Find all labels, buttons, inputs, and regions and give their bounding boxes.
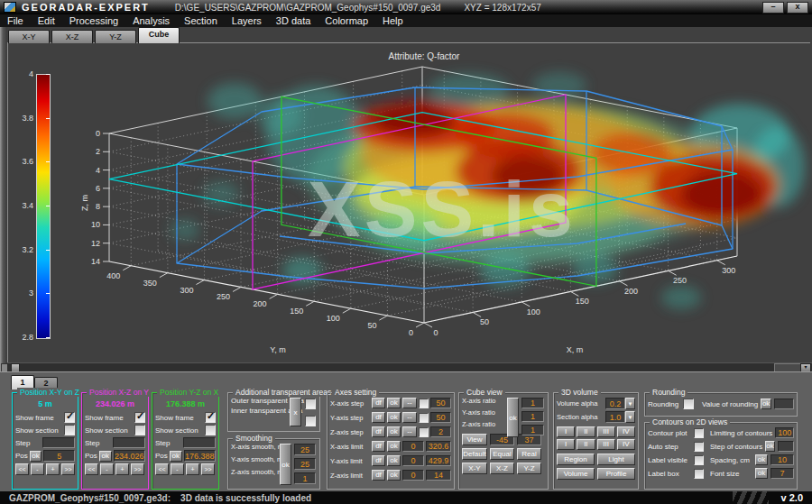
step-input[interactable] bbox=[42, 437, 75, 448]
step-input[interactable] bbox=[183, 437, 216, 448]
step-forward-button[interactable]: + bbox=[115, 463, 129, 475]
x-step-dash-button[interactable]: -- bbox=[402, 398, 417, 408]
view-xy-button[interactable]: X-Y bbox=[462, 463, 487, 474]
z-limit-ok-button[interactable]: ok bbox=[387, 470, 401, 481]
menu-section[interactable]: Section bbox=[177, 15, 225, 26]
step-contours-ok-button[interactable]: ok bbox=[765, 441, 774, 452]
step-back-fast-button[interactable]: << bbox=[15, 463, 29, 475]
pos-input[interactable]: 5 bbox=[43, 450, 75, 462]
pos-ok-button[interactable]: ok bbox=[99, 451, 112, 462]
dropdown-arrow-icon[interactable]: ▼ bbox=[625, 398, 635, 409]
z-step-dash-button[interactable]: -- bbox=[402, 426, 417, 437]
y-limit-max-input[interactable]: 429.9 bbox=[426, 455, 451, 466]
x-limit-ok-button[interactable]: ok bbox=[387, 441, 401, 452]
transparent-apply-button[interactable]: x bbox=[290, 398, 301, 426]
x-smooth-input[interactable]: 25 bbox=[294, 444, 316, 455]
tab-x-z[interactable]: X-Z bbox=[51, 30, 93, 43]
step-back-button[interactable]: - bbox=[31, 463, 44, 475]
y-step-checkbox[interactable] bbox=[419, 413, 429, 423]
z-smooth-input[interactable]: 1 bbox=[294, 472, 316, 484]
rounding-ok-button[interactable]: ok bbox=[761, 399, 771, 409]
z-limit-min-input[interactable]: 0 bbox=[402, 470, 424, 481]
y-limit-min-input[interactable]: 0 bbox=[402, 455, 424, 466]
section-alpha-select[interactable]: 1.0▼ bbox=[605, 411, 635, 423]
view-equal-button[interactable]: Equal bbox=[490, 448, 514, 460]
section-preset-4-button[interactable]: IV bbox=[617, 439, 635, 450]
x-limit-max-input[interactable]: 320.6 bbox=[426, 441, 451, 452]
font-size-ok-button[interactable]: ok bbox=[755, 468, 768, 479]
x-step-input[interactable]: 50 bbox=[430, 398, 451, 408]
light-button[interactable]: Light bbox=[597, 454, 635, 465]
y-step-default-button[interactable]: df bbox=[372, 412, 385, 423]
x-step-ok-button[interactable]: ok bbox=[387, 398, 401, 408]
step-forward-fast-button[interactable]: >> bbox=[61, 463, 75, 475]
volume-preset-3-button[interactable]: III bbox=[597, 426, 615, 437]
volume-preset-2-button[interactable]: II bbox=[577, 426, 595, 437]
show-frame-checkbox[interactable] bbox=[134, 412, 145, 423]
x-step-default-button[interactable]: df bbox=[372, 398, 385, 408]
step-back-button[interactable]: - bbox=[171, 463, 184, 475]
step-back-button[interactable]: - bbox=[100, 463, 114, 475]
tab-cube[interactable]: Cube bbox=[138, 27, 180, 43]
section-preset-2-button[interactable]: II bbox=[577, 439, 595, 450]
step-contours-input[interactable] bbox=[778, 441, 794, 452]
auto-step-checkbox[interactable] bbox=[694, 442, 704, 452]
z-step-ok-button[interactable]: ok bbox=[387, 426, 401, 437]
z-ratio-input[interactable]: 1 bbox=[521, 425, 544, 435]
volume-preset-1-button[interactable]: I bbox=[557, 426, 575, 437]
y-step-input[interactable]: 50 bbox=[430, 412, 451, 423]
step-forward-fast-button[interactable]: >> bbox=[131, 463, 144, 475]
cube-3d-view[interactable]: 02468101214Z, m400350300250200150100500Y… bbox=[0, 43, 812, 362]
menu-file[interactable]: File bbox=[0, 15, 31, 26]
view-xz-button[interactable]: X-Z bbox=[490, 463, 514, 474]
menu-help[interactable]: Help bbox=[375, 15, 411, 26]
y-limit-default-button[interactable]: df bbox=[372, 455, 385, 466]
step-forward-button[interactable]: + bbox=[186, 463, 199, 475]
section-preset-1-button[interactable]: I bbox=[557, 439, 575, 450]
y-ratio-input[interactable]: 1 bbox=[521, 411, 544, 422]
y-limit-ok-button[interactable]: ok bbox=[387, 455, 401, 466]
pos-input[interactable]: 234.026 bbox=[114, 450, 145, 462]
region-button[interactable]: Region bbox=[557, 454, 595, 465]
minimize-button[interactable]: – bbox=[762, 2, 784, 14]
step-back-fast-button[interactable]: << bbox=[155, 463, 169, 475]
volume-alpha-select[interactable]: 0.2▼ bbox=[605, 398, 635, 409]
view-yz-button[interactable]: Y-Z bbox=[517, 463, 541, 474]
z-limit-max-input[interactable]: 14 bbox=[426, 470, 451, 481]
pos-ok-button[interactable]: ok bbox=[30, 451, 42, 462]
menu-3d-data[interactable]: 3D data bbox=[269, 15, 318, 26]
ratio-ok-button[interactable]: ok bbox=[507, 398, 519, 437]
spacing-input[interactable]: 10 bbox=[770, 454, 794, 465]
section-preset-3-button[interactable]: III bbox=[597, 439, 615, 450]
tab-y-z[interactable]: Y-Z bbox=[95, 30, 136, 43]
show-section-checkbox[interactable] bbox=[134, 425, 145, 435]
step-back-fast-button[interactable]: << bbox=[85, 463, 98, 475]
menu-analysis[interactable]: Analysis bbox=[125, 15, 177, 26]
font-size-input[interactable]: 7 bbox=[770, 468, 794, 479]
view-default-button[interactable]: Default bbox=[462, 448, 487, 460]
close-button[interactable]: x bbox=[787, 2, 808, 14]
smoothing-ok-button[interactable]: ok bbox=[280, 444, 291, 485]
contour-plot-checkbox[interactable] bbox=[694, 428, 704, 438]
step-forward-fast-button[interactable]: >> bbox=[201, 463, 215, 475]
view-button[interactable]: View bbox=[462, 434, 487, 445]
label-box-checkbox[interactable] bbox=[694, 469, 704, 479]
show-frame-checkbox[interactable] bbox=[64, 412, 75, 423]
step-forward-button[interactable]: + bbox=[46, 463, 60, 475]
volume-button[interactable]: Volume bbox=[557, 468, 595, 480]
menu-colormap[interactable]: Colormap bbox=[318, 15, 375, 26]
show-section-checkbox[interactable] bbox=[205, 425, 216, 435]
show-section-checkbox[interactable] bbox=[64, 425, 75, 435]
pos-ok-button[interactable]: ok bbox=[170, 451, 182, 462]
rounding-value-input[interactable] bbox=[774, 399, 794, 409]
z-step-input[interactable]: 2 bbox=[430, 426, 451, 437]
menu-edit[interactable]: Edit bbox=[31, 15, 62, 26]
y-step-ok-button[interactable]: ok bbox=[387, 412, 401, 423]
x-ratio-input[interactable]: 1 bbox=[521, 398, 544, 408]
x-step-checkbox[interactable] bbox=[419, 399, 429, 408]
show-frame-checkbox[interactable] bbox=[205, 412, 216, 423]
profile-button[interactable]: Profile bbox=[597, 468, 635, 480]
z-step-default-button[interactable]: df bbox=[372, 426, 385, 437]
pos-input[interactable]: 176.388 bbox=[184, 450, 216, 462]
tab-x-y[interactable]: X-Y bbox=[8, 30, 50, 43]
